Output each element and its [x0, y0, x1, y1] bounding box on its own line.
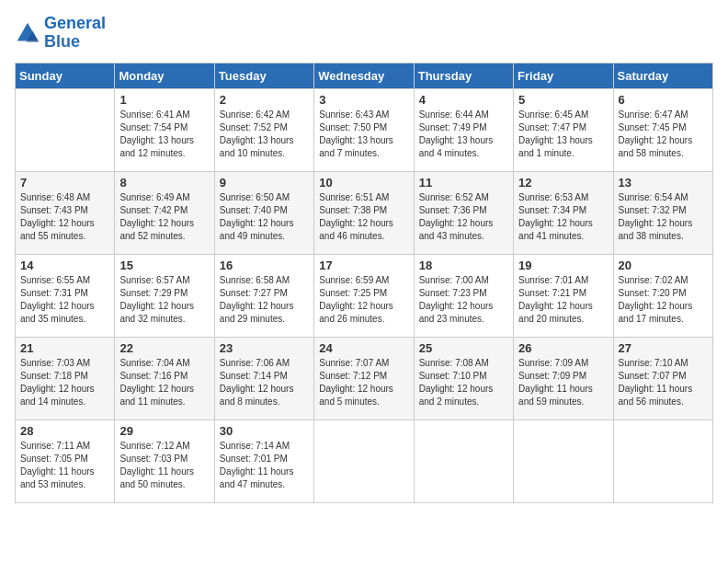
- day-info: Sunrise: 7:09 AM Sunset: 7:09 PM Dayligh…: [518, 357, 608, 408]
- day-number: 25: [419, 341, 508, 355]
- day-number: 2: [220, 93, 309, 107]
- calendar-cell: 15Sunrise: 6:57 AM Sunset: 7:29 PM Dayli…: [115, 254, 214, 337]
- calendar-cell: 10Sunrise: 6:51 AM Sunset: 7:38 PM Dayli…: [314, 171, 414, 254]
- weekday-header-friday: Friday: [514, 63, 613, 88]
- day-number: 23: [220, 341, 309, 355]
- weekday-header-sunday: Sunday: [16, 63, 115, 88]
- logo-text: General Blue: [44, 15, 106, 52]
- calendar-cell: 2Sunrise: 6:42 AM Sunset: 7:52 PM Daylig…: [214, 88, 313, 171]
- day-info: Sunrise: 7:07 AM Sunset: 7:12 PM Dayligh…: [319, 357, 408, 408]
- day-info: Sunrise: 6:49 AM Sunset: 7:42 PM Dayligh…: [119, 191, 209, 243]
- calendar-table: SundayMondayTuesdayWednesdayThursdayFrid…: [15, 63, 713, 503]
- day-number: 27: [619, 341, 708, 355]
- day-number: 14: [20, 259, 109, 272]
- calendar-cell: 17Sunrise: 6:59 AM Sunset: 7:25 PM Dayli…: [314, 254, 414, 337]
- day-number: 13: [619, 176, 708, 190]
- day-info: Sunrise: 6:53 AM Sunset: 7:34 PM Dayligh…: [518, 191, 608, 243]
- day-number: 26: [518, 341, 608, 355]
- day-info: Sunrise: 7:08 AM Sunset: 7:10 PM Dayligh…: [419, 357, 508, 408]
- day-number: 1: [119, 93, 209, 107]
- calendar-cell: 8Sunrise: 6:49 AM Sunset: 7:42 PM Daylig…: [115, 171, 214, 254]
- calendar-cell: 14Sunrise: 6:55 AM Sunset: 7:31 PM Dayli…: [16, 254, 115, 337]
- calendar-cell: 30Sunrise: 7:14 AM Sunset: 7:01 PM Dayli…: [214, 419, 313, 502]
- day-info: Sunrise: 7:14 AM Sunset: 7:01 PM Dayligh…: [220, 440, 309, 491]
- day-number: 12: [518, 176, 608, 190]
- weekday-header-saturday: Saturday: [613, 63, 712, 88]
- day-info: Sunrise: 6:41 AM Sunset: 7:54 PM Dayligh…: [119, 109, 209, 160]
- week-row-3: 14Sunrise: 6:55 AM Sunset: 7:31 PM Dayli…: [16, 254, 713, 337]
- day-info: Sunrise: 6:50 AM Sunset: 7:40 PM Dayligh…: [220, 191, 309, 243]
- day-info: Sunrise: 6:57 AM Sunset: 7:29 PM Dayligh…: [119, 274, 209, 326]
- day-info: Sunrise: 6:51 AM Sunset: 7:38 PM Dayligh…: [319, 191, 408, 243]
- day-number: 5: [518, 93, 608, 107]
- day-info: Sunrise: 7:01 AM Sunset: 7:21 PM Dayligh…: [518, 274, 608, 326]
- day-info: Sunrise: 6:55 AM Sunset: 7:31 PM Dayligh…: [20, 274, 109, 326]
- day-number: 19: [518, 259, 608, 272]
- day-info: Sunrise: 6:42 AM Sunset: 7:52 PM Dayligh…: [220, 109, 309, 160]
- page-header: General Blue: [15, 15, 713, 52]
- day-info: Sunrise: 6:59 AM Sunset: 7:25 PM Dayligh…: [319, 274, 408, 326]
- day-info: Sunrise: 6:52 AM Sunset: 7:36 PM Dayligh…: [419, 191, 508, 243]
- day-info: Sunrise: 7:06 AM Sunset: 7:14 PM Dayligh…: [220, 357, 309, 408]
- day-number: 4: [419, 93, 508, 107]
- day-number: 15: [119, 259, 209, 272]
- day-number: 16: [220, 259, 309, 272]
- day-info: Sunrise: 6:45 AM Sunset: 7:47 PM Dayligh…: [518, 109, 608, 160]
- day-number: 21: [20, 341, 109, 355]
- day-number: 17: [319, 259, 408, 272]
- calendar-cell: 11Sunrise: 6:52 AM Sunset: 7:36 PM Dayli…: [414, 171, 513, 254]
- day-info: Sunrise: 6:43 AM Sunset: 7:50 PM Dayligh…: [319, 109, 408, 160]
- calendar-cell: [314, 419, 414, 502]
- calendar-cell: 4Sunrise: 6:44 AM Sunset: 7:49 PM Daylig…: [414, 88, 513, 171]
- calendar-cell: 1Sunrise: 6:41 AM Sunset: 7:54 PM Daylig…: [115, 88, 214, 171]
- calendar-cell: 24Sunrise: 7:07 AM Sunset: 7:12 PM Dayli…: [314, 337, 414, 419]
- day-number: 6: [619, 93, 708, 107]
- calendar-cell: 29Sunrise: 7:12 AM Sunset: 7:03 PM Dayli…: [115, 419, 214, 502]
- day-info: Sunrise: 6:54 AM Sunset: 7:32 PM Dayligh…: [619, 191, 708, 243]
- calendar-cell: [414, 419, 513, 502]
- day-info: Sunrise: 6:58 AM Sunset: 7:27 PM Dayligh…: [220, 274, 309, 326]
- calendar-cell: 22Sunrise: 7:04 AM Sunset: 7:16 PM Dayli…: [115, 337, 214, 419]
- day-info: Sunrise: 7:04 AM Sunset: 7:16 PM Dayligh…: [119, 357, 209, 408]
- day-number: 11: [419, 176, 508, 190]
- calendar-cell: 3Sunrise: 6:43 AM Sunset: 7:50 PM Daylig…: [314, 88, 414, 171]
- calendar-cell: [613, 419, 712, 502]
- day-number: 20: [619, 259, 708, 272]
- calendar-cell: [16, 88, 115, 171]
- day-number: 22: [119, 341, 209, 355]
- calendar-cell: 7Sunrise: 6:48 AM Sunset: 7:43 PM Daylig…: [16, 171, 115, 254]
- week-row-4: 21Sunrise: 7:03 AM Sunset: 7:18 PM Dayli…: [16, 337, 713, 419]
- day-number: 30: [220, 424, 309, 438]
- day-info: Sunrise: 6:48 AM Sunset: 7:43 PM Dayligh…: [20, 191, 109, 243]
- day-info: Sunrise: 7:03 AM Sunset: 7:18 PM Dayligh…: [20, 357, 109, 408]
- logo-icon: [15, 20, 40, 46]
- day-number: 7: [20, 176, 109, 190]
- day-info: Sunrise: 7:00 AM Sunset: 7:23 PM Dayligh…: [419, 274, 508, 326]
- week-row-1: 1Sunrise: 6:41 AM Sunset: 7:54 PM Daylig…: [16, 88, 713, 171]
- day-number: 18: [419, 259, 508, 272]
- day-info: Sunrise: 7:11 AM Sunset: 7:05 PM Dayligh…: [20, 440, 109, 491]
- day-info: Sunrise: 7:12 AM Sunset: 7:03 PM Dayligh…: [119, 440, 209, 491]
- calendar-cell: 16Sunrise: 6:58 AM Sunset: 7:27 PM Dayli…: [214, 254, 313, 337]
- day-number: 29: [119, 424, 209, 438]
- calendar-cell: 28Sunrise: 7:11 AM Sunset: 7:05 PM Dayli…: [16, 419, 115, 502]
- week-row-5: 28Sunrise: 7:11 AM Sunset: 7:05 PM Dayli…: [16, 419, 713, 502]
- weekday-header-wednesday: Wednesday: [314, 63, 414, 88]
- day-number: 3: [319, 93, 408, 107]
- calendar-cell: 5Sunrise: 6:45 AM Sunset: 7:47 PM Daylig…: [514, 88, 613, 171]
- calendar-cell: 19Sunrise: 7:01 AM Sunset: 7:21 PM Dayli…: [514, 254, 613, 337]
- calendar-cell: 26Sunrise: 7:09 AM Sunset: 7:09 PM Dayli…: [514, 337, 613, 419]
- logo: General Blue: [15, 15, 106, 52]
- day-number: 24: [319, 341, 408, 355]
- calendar-cell: 21Sunrise: 7:03 AM Sunset: 7:18 PM Dayli…: [16, 337, 115, 419]
- calendar-cell: 23Sunrise: 7:06 AM Sunset: 7:14 PM Dayli…: [214, 337, 313, 419]
- day-info: Sunrise: 7:10 AM Sunset: 7:07 PM Dayligh…: [619, 357, 708, 408]
- day-info: Sunrise: 6:44 AM Sunset: 7:49 PM Dayligh…: [419, 109, 508, 160]
- weekday-header-row: SundayMondayTuesdayWednesdayThursdayFrid…: [16, 63, 713, 88]
- day-info: Sunrise: 6:47 AM Sunset: 7:45 PM Dayligh…: [619, 109, 708, 160]
- calendar-cell: 13Sunrise: 6:54 AM Sunset: 7:32 PM Dayli…: [613, 171, 712, 254]
- weekday-header-monday: Monday: [115, 63, 214, 88]
- calendar-cell: 12Sunrise: 6:53 AM Sunset: 7:34 PM Dayli…: [514, 171, 613, 254]
- weekday-header-tuesday: Tuesday: [214, 63, 313, 88]
- calendar-cell: [514, 419, 613, 502]
